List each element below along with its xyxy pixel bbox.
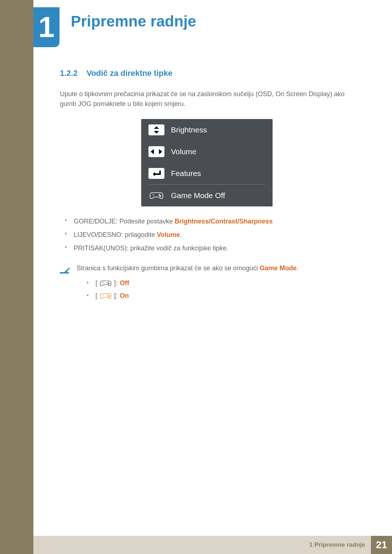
leftright-icon (148, 146, 164, 157)
osd-row-features: Features (141, 163, 273, 184)
osd-row-gamemode: Game Mode Off (141, 185, 273, 206)
osd-row-volume: Volume (141, 141, 273, 163)
controller-orange-icon (99, 292, 112, 300)
chapter-number-badge: 1 (33, 7, 60, 47)
note-sublist: [ ]: Off [ ]: On (77, 278, 354, 301)
chapter-title: Pripremne radnje (71, 13, 196, 30)
page-content: 1.2.2 Vodič za direktne tipke Upute o ti… (60, 67, 354, 304)
footer-page-number: 21 (371, 536, 392, 554)
updown-icon (148, 124, 164, 135)
footer-chapter-label: 1 Pripremne radnje (309, 541, 371, 549)
section-heading: 1.2.2 Vodič za direktne tipke (60, 67, 354, 79)
note-icon (60, 263, 70, 274)
page-footer: 1 Pripremne radnje 21 (33, 536, 392, 554)
note-block: Stranica s funkcijskim gumbima prikazat … (60, 263, 354, 304)
osd-row-brightness: Brightness (141, 119, 273, 141)
list-item: LIJEVO/DESNO: prilagodite Volume. (64, 230, 354, 240)
section-title: Vodič za direktne tipke (86, 69, 172, 78)
list-item: [ ]: Off (87, 278, 354, 288)
osd-label: Brightness (171, 124, 207, 136)
section-intro: Upute o tipkovnim prečacima prikazat će … (60, 89, 354, 109)
list-item: [ ]: On (87, 291, 354, 301)
osd-label: Features (171, 168, 201, 179)
bullet-list: GORE/DOLJE: Podesite postavke Brightness… (60, 217, 354, 253)
section-number: 1.2.2 (60, 69, 78, 78)
osd-label: Volume (171, 146, 196, 157)
enter-icon (148, 168, 164, 179)
left-margin-stripe (0, 0, 33, 554)
osd-panel: Brightness Volume Features Game Mode Off (141, 119, 273, 206)
controller-icon (148, 190, 164, 201)
osd-label: Game Mode Off (171, 190, 225, 201)
chapter-number: 1 (38, 13, 55, 42)
controller-outline-icon (99, 280, 112, 287)
note-body: Stranica s funkcijskim gumbima prikazat … (77, 263, 354, 304)
list-item: PRITISAK(UNOS): prikažite vodič za funkc… (64, 243, 354, 253)
list-item: GORE/DOLJE: Podesite postavke Brightness… (64, 217, 354, 226)
